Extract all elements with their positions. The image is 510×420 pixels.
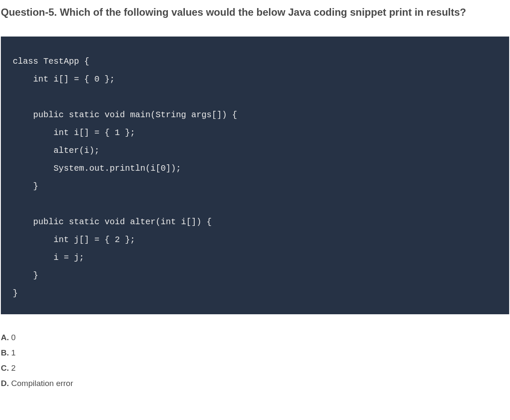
answer-option[interactable]: B. 1 — [1, 346, 509, 360]
option-letter: A. — [1, 333, 9, 342]
answer-option[interactable]: D. Compilation error — [1, 376, 509, 391]
code-snippet: class TestApp { int i[] = { 0 }; public … — [1, 37, 509, 314]
answer-options: A. 0B. 1C. 2D. Compilation error — [0, 330, 510, 391]
option-letter: B. — [1, 348, 9, 357]
option-text: 1 — [9, 348, 16, 357]
answer-option[interactable]: C. 2 — [1, 361, 509, 375]
option-text: Compilation error — [9, 379, 73, 388]
option-letter: C. — [1, 364, 9, 372]
option-text: 2 — [9, 364, 16, 372]
question-title: Question-5. Which of the following value… — [0, 0, 510, 20]
option-letter: D. — [1, 379, 9, 388]
answer-option[interactable]: A. 0 — [1, 330, 509, 345]
option-text: 0 — [9, 333, 16, 342]
